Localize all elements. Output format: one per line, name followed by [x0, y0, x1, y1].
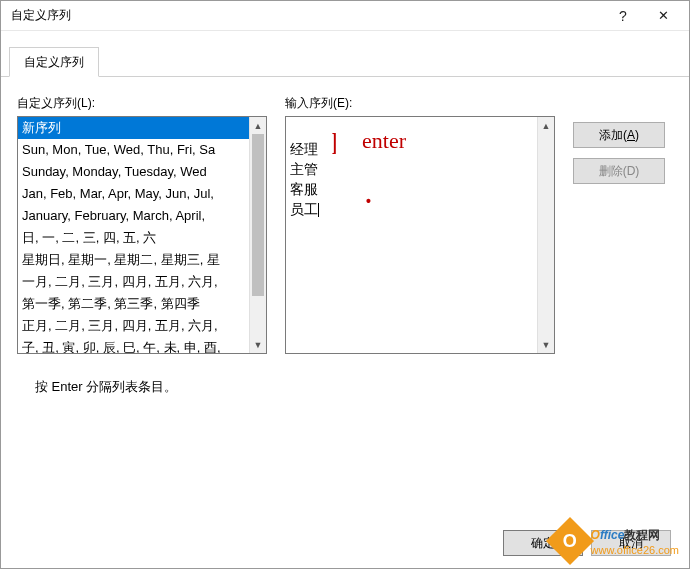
cancel-button[interactable]: 取消 — [591, 530, 671, 556]
dialog-content: 自定义序列(L): 新序列 Sun, Mon, Tue, Wed, Thu, F… — [1, 77, 689, 364]
list-item[interactable]: 星期日, 星期一, 星期二, 星期三, 星 — [18, 249, 249, 271]
scroll-down-icon[interactable]: ▼ — [250, 336, 266, 353]
list-item[interactable]: 第一季, 第二季, 第三季, 第四季 — [18, 293, 249, 315]
scroll-track[interactable] — [250, 134, 266, 336]
annotation-enter-label: enter — [362, 131, 406, 151]
custom-lists-label: 自定义序列(L): — [17, 95, 267, 112]
custom-lists-box[interactable]: 新序列 Sun, Mon, Tue, Wed, Thu, Fri, Sa Sun… — [17, 116, 267, 354]
scroll-up-icon[interactable]: ▲ — [250, 117, 266, 134]
entries-label: 输入序列(E): — [285, 95, 555, 112]
list-item[interactable]: 正月, 二月, 三月, 四月, 五月, 六月, — [18, 315, 249, 337]
help-button[interactable]: ? — [603, 2, 643, 30]
spacer — [573, 95, 665, 112]
list-item[interactable]: 日, 一, 二, 三, 四, 五, 六 — [18, 227, 249, 249]
ok-button[interactable]: 确定 — [503, 530, 583, 556]
list-item[interactable]: 子, 丑, 寅, 卯, 辰, 巳, 午, 未, 申, 酉, — [18, 337, 249, 353]
annotation-dot-icon: • — [366, 191, 371, 211]
window-titlebar: 自定义序列 ? ✕ — [1, 1, 689, 31]
tab-custom-lists[interactable]: 自定义序列 — [9, 47, 99, 77]
custom-lists-column: 自定义序列(L): 新序列 Sun, Mon, Tue, Wed, Thu, F… — [17, 95, 267, 354]
scroll-track[interactable] — [538, 134, 554, 336]
list-entries-text[interactable]: 经理 主管 客服 员工 ] enter • — [286, 117, 537, 353]
list-entries-box[interactable]: 经理 主管 客服 员工 ] enter • ▲ ▼ — [285, 116, 555, 354]
list-item[interactable]: Sunday, Monday, Tuesday, Wed — [18, 161, 249, 183]
list-item[interactable]: Jan, Feb, Mar, Apr, May, Jun, Jul, — [18, 183, 249, 205]
list-item[interactable]: Sun, Mon, Tue, Wed, Thu, Fri, Sa — [18, 139, 249, 161]
scroll-down-icon[interactable]: ▼ — [538, 336, 554, 353]
annotation-bracket-icon: ] — [332, 133, 337, 153]
tab-strip: 自定义序列 — [1, 45, 689, 77]
scroll-up-icon[interactable]: ▲ — [538, 117, 554, 134]
text-cursor — [318, 203, 319, 217]
buttons-column: 添加(A) 删除(D) — [573, 95, 665, 354]
delete-button: 删除(D) — [573, 158, 665, 184]
custom-lists-items: 新序列 Sun, Mon, Tue, Wed, Thu, Fri, Sa Sun… — [18, 117, 249, 353]
dialog-footer: 确定 取消 — [1, 518, 689, 568]
window-title: 自定义序列 — [11, 7, 603, 24]
listbox-scrollbar[interactable]: ▲ ▼ — [249, 117, 266, 353]
entries-scrollbar[interactable]: ▲ ▼ — [537, 117, 554, 353]
scroll-thumb[interactable] — [252, 134, 264, 296]
list-item[interactable]: January, February, March, April, — [18, 205, 249, 227]
list-item[interactable]: 新序列 — [18, 117, 249, 139]
list-item[interactable]: 一月, 二月, 三月, 四月, 五月, 六月, — [18, 271, 249, 293]
hint-text: 按 Enter 分隔列表条目。 — [35, 378, 689, 396]
close-button[interactable]: ✕ — [643, 2, 683, 30]
entries-column: 输入序列(E): 经理 主管 客服 员工 ] enter • ▲ ▼ — [285, 95, 555, 354]
add-button[interactable]: 添加(A) — [573, 122, 665, 148]
